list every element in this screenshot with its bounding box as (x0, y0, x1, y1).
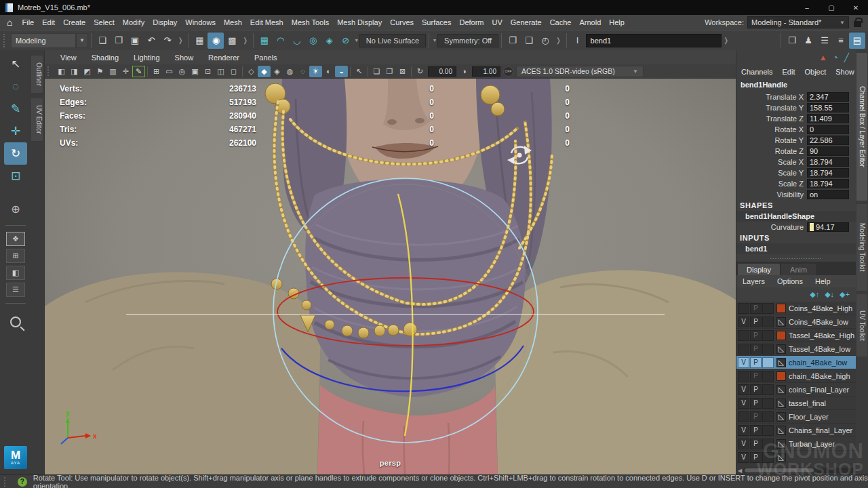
layer-row[interactable]: VPChains_final_Layer (736, 424, 856, 437)
layer-row[interactable]: PTassel_4Bake_High (736, 329, 856, 342)
rotate-tool-button[interactable]: ↻ (4, 142, 27, 165)
menu-edit[interactable]: Edit (777, 68, 800, 76)
menu-item[interactable]: Arnold (575, 18, 605, 26)
viewport-scene[interactable]: y x Verts:23671300 Edges:51719300 (45, 79, 736, 474)
menu-help[interactable]: Help (809, 277, 837, 285)
curve-graph-icon[interactable]: ╱ (844, 53, 849, 62)
tab-channel-box-layer-editor[interactable]: Channel Box / Layer Editor (856, 53, 867, 201)
single-pane-layout-button[interactable]: ❖ (6, 232, 25, 246)
film-gate-button[interactable]: ▭ (163, 66, 176, 77)
menu-item[interactable]: Generate (507, 18, 546, 26)
layer-move-down-icon[interactable]: ◆↓ (825, 290, 834, 299)
layer-row[interactable]: VPcoins_Final_Layer (736, 383, 856, 396)
menu-item[interactable]: Edit Mesh (246, 18, 288, 26)
layer-row[interactable]: VPTurban_Layer (736, 437, 856, 451)
menu-item[interactable]: Select (90, 18, 119, 26)
layer-row[interactable]: VPCoins_4Bake_low (736, 315, 856, 329)
channel-value-field[interactable]: 158.55 (807, 103, 849, 113)
menu-item[interactable]: Display (149, 18, 181, 26)
playback-toggle[interactable]: P (750, 411, 762, 422)
channel-value-field[interactable]: 94.17 (807, 222, 849, 232)
menu-object[interactable]: Object (800, 68, 831, 76)
open-scene-button[interactable]: ❐ (111, 33, 127, 49)
layer-type-icon[interactable] (776, 358, 786, 367)
attribute-editor-button[interactable]: ❒ (784, 33, 800, 49)
redo-button[interactable]: ↷ (159, 33, 176, 49)
select-by-hierarchy-button[interactable]: ▦ (191, 33, 208, 49)
render-redirect-out-button[interactable]: ❑ (521, 33, 537, 49)
display-type-toggle[interactable] (762, 452, 774, 463)
channel-value-field[interactable]: 22.586 (807, 136, 849, 145)
visibility-toggle[interactable]: V (738, 357, 749, 368)
select-camera-button[interactable]: ◧ (55, 66, 68, 77)
field-chart-button[interactable]: ⊡ (201, 66, 214, 77)
default-material-button[interactable]: ◍ (283, 66, 296, 77)
selection-highlight-button[interactable]: ↖ (353, 66, 366, 77)
layer-type-icon[interactable] (776, 371, 786, 381)
layer-type-icon[interactable] (776, 439, 786, 449)
modeling-toolkit-button[interactable]: ≡ (833, 33, 849, 49)
layer-add-icon[interactable]: ◆+ (840, 290, 850, 299)
gate-mask-button[interactable]: ▣ (189, 66, 201, 77)
layer-row[interactable]: PTassel_4Bake_low (736, 342, 856, 356)
display-type-toggle[interactable] (762, 357, 774, 368)
visibility-toggle[interactable] (738, 330, 749, 341)
menu-item[interactable]: Mesh Tools (288, 18, 333, 26)
search-icon[interactable] (10, 317, 21, 327)
image-plane-button[interactable]: ▥ (106, 66, 119, 77)
visibility-toggle[interactable]: V (738, 398, 749, 409)
home-icon[interactable]: ⌂ (7, 17, 12, 28)
new-scene-button[interactable]: ❏ (94, 33, 111, 49)
menu-item[interactable]: Modify (119, 18, 149, 26)
close-button[interactable]: ✕ (844, 0, 868, 15)
rgb-channels-icon[interactable]: ▲ (819, 53, 827, 62)
select-tool-button[interactable]: ↖ (4, 53, 27, 75)
layer-type-icon[interactable] (776, 426, 786, 435)
help-line-grip[interactable] (4, 477, 9, 487)
scrollbar-thumb[interactable] (745, 468, 814, 472)
visibility-toggle[interactable] (738, 344, 749, 354)
menu-channels[interactable]: Channels (736, 68, 777, 76)
grease-pencil-button[interactable]: ✎ (132, 66, 145, 77)
channel-value-field[interactable]: 2.347 (807, 92, 849, 102)
layer-type-icon[interactable] (776, 331, 786, 340)
display-type-toggle[interactable] (762, 411, 774, 422)
workspace-dropdown[interactable]: Modeling - Standard* ▼ (747, 16, 849, 28)
render-redirect-in-button[interactable]: ❐ (505, 33, 521, 49)
layer-type-icon[interactable] (776, 344, 786, 354)
snap-to-projected-center-button[interactable]: ◎ (305, 33, 321, 49)
undo-button[interactable]: ↶ (143, 33, 159, 49)
menu-layers[interactable]: Layers (736, 277, 771, 285)
chevron-down-icon[interactable]: ▾ (432, 37, 437, 43)
menu-show[interactable]: Show (831, 68, 859, 76)
snap-to-points-button[interactable]: ◡ (289, 33, 305, 49)
scale-tool-button[interactable]: ⊡ (4, 165, 27, 187)
display-type-toggle[interactable] (762, 384, 774, 395)
xray-button[interactable]: ❏ (370, 66, 383, 77)
layer-move-up-icon[interactable]: ◆↑ (810, 290, 819, 299)
menu-item[interactable]: Help (605, 18, 629, 26)
scroll-left-icon[interactable]: ◀ (738, 468, 742, 474)
layer-type-icon[interactable] (776, 304, 786, 313)
paint-selection-tool-button[interactable]: ✎ (4, 98, 27, 120)
live-surface-field[interactable]: No Live Surface (359, 34, 426, 47)
playback-toggle[interactable]: P (750, 330, 762, 341)
visibility-toggle[interactable]: V (738, 452, 749, 463)
menu-item[interactable]: Cache (546, 18, 576, 26)
layer-row[interactable]: PCoins_4Bake_High (736, 302, 856, 315)
layer-row[interactable]: PFloor_Layer (736, 410, 856, 424)
tool-settings-button[interactable]: ♟ (800, 33, 816, 49)
layer-row[interactable]: Pchain_4Bake_high (736, 369, 856, 383)
channel-value-field[interactable]: 0 (807, 125, 849, 134)
playback-toggle[interactable]: P (750, 425, 762, 436)
panel-menu-item[interactable]: View (53, 54, 84, 62)
lock-camera-button[interactable]: ◨ (68, 66, 81, 77)
pan-zoom-button[interactable]: ✛ (119, 66, 132, 77)
smooth-shade-button[interactable]: ◆ (258, 66, 271, 77)
channel-value-field[interactable]: 18.794 (807, 179, 849, 188)
resolution-gate-button[interactable]: ◎ (176, 66, 189, 77)
input-node-name[interactable]: bend1 (736, 243, 856, 254)
tab-uv-editor[interactable]: UV Editor (31, 98, 43, 141)
playback-toggle[interactable]: P (750, 371, 762, 382)
display-type-toggle[interactable] (762, 303, 774, 314)
